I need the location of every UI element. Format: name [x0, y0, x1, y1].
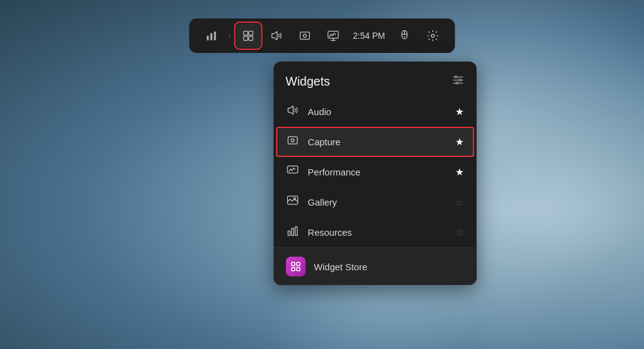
widget-store-icon: [285, 257, 305, 276]
svg-point-17: [431, 34, 434, 38]
widget-performance-label: Performance: [308, 167, 447, 177]
svg-rect-8: [300, 32, 309, 39]
resources-widget-icon: [285, 225, 299, 240]
bar-chart-icon: [205, 30, 217, 42]
svg-rect-6: [249, 36, 253, 41]
svg-point-26: [291, 139, 294, 142]
svg-point-9: [303, 34, 306, 38]
svg-rect-5: [244, 36, 248, 41]
taskbar-capture[interactable]: [293, 23, 317, 48]
audio-icon: [285, 104, 299, 119]
taskbar-settings[interactable]: [421, 23, 445, 48]
svg-point-21: [455, 76, 456, 78]
taskbar: › 2:54 PM: [189, 18, 455, 53]
capture-widget-icon: [285, 134, 299, 150]
widget-performance-star[interactable]: ★: [455, 166, 464, 178]
svg-rect-36: [296, 268, 300, 271]
widget-gallery-star[interactable]: ☆: [455, 196, 464, 208]
widgets-panel: Widgets Audio ★: [273, 62, 476, 285]
svg-rect-0: [207, 36, 209, 41]
svg-rect-2: [213, 31, 215, 40]
svg-marker-7: [272, 31, 277, 39]
widget-item-performance[interactable]: Performance ★: [273, 157, 476, 187]
svg-rect-33: [292, 262, 295, 265]
widget-item-gallery[interactable]: Gallery ☆: [273, 187, 476, 217]
svg-point-22: [459, 79, 461, 81]
widgets-header: Widgets: [273, 62, 476, 97]
taskbar-xbox-game-bar[interactable]: [236, 23, 261, 48]
capture-icon: [299, 30, 311, 42]
svg-rect-3: [244, 31, 248, 36]
svg-rect-35: [292, 268, 295, 271]
mouse-icon: [399, 30, 411, 42]
widget-store-item[interactable]: Widget Store: [273, 247, 476, 285]
widget-item-capture[interactable]: Capture ★: [276, 127, 474, 157]
svg-rect-32: [295, 227, 296, 235]
widget-resources-star[interactable]: ☆: [455, 227, 464, 238]
svg-rect-4: [249, 31, 253, 36]
svg-rect-34: [296, 262, 300, 265]
widget-gallery-label: Gallery: [308, 197, 447, 207]
widget-capture-star[interactable]: ★: [455, 136, 464, 148]
widgets-settings-button[interactable]: [451, 74, 464, 89]
gear-icon: [427, 30, 439, 42]
svg-rect-30: [288, 231, 290, 236]
speaker-icon: [271, 30, 283, 42]
taskbar-time: 2:54 PM: [349, 23, 389, 48]
svg-point-23: [456, 82, 458, 84]
svg-rect-25: [288, 137, 297, 144]
widget-store-label: Widget Store: [314, 262, 367, 272]
widgets-title: Widgets: [285, 74, 330, 89]
xbox-widget-icon: [242, 30, 255, 42]
widget-capture-label: Capture: [308, 137, 447, 147]
svg-marker-24: [288, 106, 293, 114]
widget-audio-star[interactable]: ★: [455, 106, 464, 118]
taskbar-audio[interactable]: [264, 23, 289, 48]
svg-point-29: [293, 198, 295, 199]
sliders-icon: [451, 74, 464, 86]
performance-widget-icon: [285, 164, 299, 180]
widget-item-audio[interactable]: Audio ★: [273, 97, 476, 127]
svg-rect-31: [292, 228, 293, 236]
taskbar-mouse[interactable]: [392, 23, 417, 48]
svg-rect-1: [210, 33, 212, 41]
taskbar-pinned-widgets[interactable]: [199, 23, 223, 48]
performance-icon: [327, 30, 340, 42]
widget-resources-label: Resources: [308, 227, 447, 238]
widget-audio-label: Audio: [308, 106, 447, 117]
taskbar-separator: ›: [228, 31, 231, 41]
widget-item-resources[interactable]: Resources ☆: [273, 217, 476, 247]
gallery-widget-icon: [285, 195, 299, 210]
taskbar-performance[interactable]: [321, 23, 346, 48]
